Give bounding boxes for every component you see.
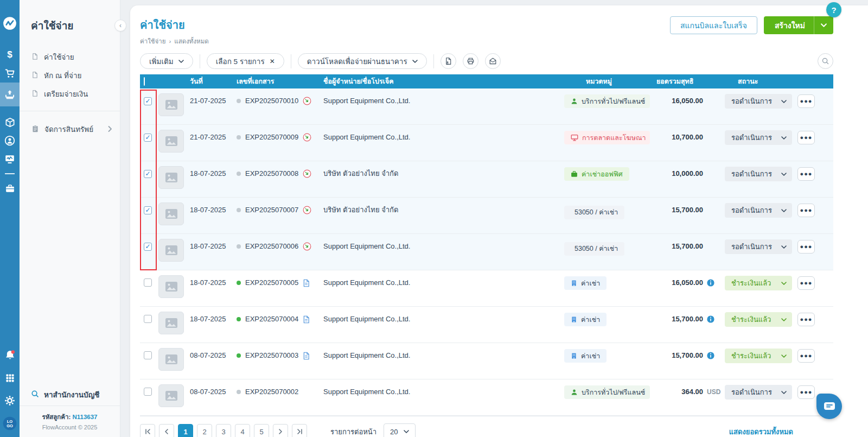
status-select[interactable]: รอดำเนินการ (725, 94, 792, 109)
row-checkbox[interactable]: ✓ (144, 134, 152, 142)
row-checkbox[interactable] (144, 351, 152, 359)
pagination-page-4[interactable]: 4 (235, 424, 250, 437)
status-select[interactable]: รอดำเนินการ (725, 239, 792, 254)
show-totals-link[interactable]: แสดงยอดรวมทั้งหมด (729, 426, 793, 437)
table-row[interactable]: ✓ 18-07-2025 EXP2025070006 Support Equip… (140, 234, 833, 270)
receipt-thumbnail[interactable] (158, 384, 184, 407)
bank-download-dropdown[interactable]: ดาวน์โหลดเพื่อจ่ายผ่านธนาคาร (298, 53, 427, 69)
pagination-page-2[interactable]: 2 (197, 424, 212, 437)
column-header-status[interactable]: สถานะ (722, 76, 796, 87)
status-select[interactable]: รอดำเนินการ (725, 203, 792, 218)
breadcrumb-root[interactable]: ค่าใช้จ่าย (140, 36, 166, 46)
document-flag-icon[interactable] (303, 242, 311, 251)
column-header-vendor[interactable]: ชื่อผู้จำหน่าย/ชื่อโปรเจ็ค (323, 76, 564, 87)
status-select[interactable]: รอดำเนินการ (725, 385, 792, 400)
company-logo-icon[interactable]: LOGO (0, 414, 20, 433)
receipt-thumbnail[interactable] (158, 239, 184, 262)
table-search-button[interactable] (818, 53, 833, 69)
expenses-icon[interactable] (0, 83, 20, 106)
status-select[interactable]: ชำระเงินแล้ว (725, 349, 792, 363)
more-actions-button[interactable]: ●●● (797, 385, 815, 399)
table-row[interactable]: ✓ 18-07-2025 EXP2025070008 บริษัท ตัวอย่… (140, 161, 833, 198)
flowaccount-logo-icon[interactable] (3, 16, 17, 33)
document-flag-icon[interactable] (303, 315, 310, 324)
document-flag-icon[interactable] (303, 97, 311, 105)
sidebar-item-assets[interactable]: จัดการสินทรัพย์ (20, 120, 120, 138)
sidebar-collapse-button[interactable]: ‹ (114, 20, 126, 31)
status-select[interactable]: รอดำเนินการ (725, 167, 792, 181)
more-actions-button[interactable]: ●●● (797, 204, 815, 217)
customer-code-value[interactable]: N113637 (72, 414, 97, 420)
more-actions-button[interactable]: ●●● (797, 349, 815, 363)
sidebar-item[interactable]: ค่าใช้จ่าย (20, 48, 120, 66)
row-checkbox[interactable]: ✓ (144, 206, 152, 214)
column-header-doc-no[interactable]: เลขที่เอกสาร (237, 76, 323, 87)
table-row[interactable]: 18-07-2025 EXP2025070004 Support Equipme… (140, 307, 833, 343)
contacts-icon[interactable] (0, 131, 20, 150)
status-select[interactable]: ชำระเงินแล้ว (725, 312, 792, 327)
row-checkbox[interactable]: ✓ (144, 243, 152, 251)
selected-items-chip[interactable]: เลือก 5 รายการ ✕ (207, 53, 284, 69)
more-actions-button[interactable]: ●●● (797, 276, 815, 290)
apps-grid-icon[interactable] (0, 369, 20, 387)
receipt-thumbnail[interactable] (158, 93, 184, 116)
more-actions-button[interactable]: ●●● (797, 167, 815, 181)
table-row[interactable]: ✓ 18-07-2025 EXP2025070007 บริษัท ตัวอย่… (140, 198, 833, 234)
document-flag-icon[interactable] (303, 352, 310, 360)
row-checkbox[interactable]: ✓ (144, 170, 152, 178)
document-flag-icon[interactable] (303, 279, 310, 287)
column-header-date[interactable]: วันที่ (190, 76, 237, 87)
receipt-thumbnail[interactable] (158, 275, 184, 298)
table-row[interactable]: ✓ 21-07-2025 EXP2025070009 Support Equip… (140, 125, 833, 161)
more-actions-button[interactable]: ●●● (797, 94, 815, 108)
select-all-checkbox[interactable] (144, 77, 145, 86)
pagination-page-3[interactable]: 3 (216, 424, 231, 437)
sidebar-item[interactable]: หัก ณ ที่จ่าย (20, 66, 120, 85)
more-actions-button[interactable]: ●●● (797, 313, 815, 326)
chevron-down-icon[interactable] (814, 23, 833, 27)
receipt-thumbnail[interactable] (158, 130, 184, 153)
row-checkbox[interactable] (144, 388, 152, 396)
find-accountant-search[interactable]: หาสำนักงานบัญชี (20, 384, 120, 406)
pagination-first[interactable] (140, 424, 155, 437)
sales-icon[interactable]: $ (0, 46, 20, 64)
pagination-next[interactable] (273, 424, 288, 437)
more-dropdown[interactable]: เพิ่มเติม (140, 53, 193, 69)
reports-icon[interactable] (0, 150, 20, 168)
purchases-cart-icon[interactable] (0, 64, 20, 83)
create-new-button[interactable]: สร้างใหม่ (764, 16, 833, 34)
column-header-category[interactable]: หมวดหมู่ (564, 76, 651, 87)
email-button[interactable] (485, 53, 501, 69)
pagination-page-5[interactable]: 5 (254, 424, 269, 437)
document-flag-icon[interactable] (303, 206, 311, 214)
notifications-bell-icon[interactable] (0, 346, 20, 364)
table-row[interactable]: 08-07-2025 EXP2025070002 Support Equipme… (140, 379, 833, 416)
more-actions-button[interactable]: ●●● (797, 131, 815, 144)
receipt-thumbnail[interactable] (158, 166, 184, 189)
pagination-page-1[interactable]: 1 (178, 424, 193, 437)
per-page-select[interactable]: 20 (384, 423, 415, 437)
row-checkbox[interactable]: ✓ (144, 97, 152, 105)
clear-selection-icon[interactable]: ✕ (270, 58, 275, 65)
inventory-box-icon[interactable] (0, 113, 20, 131)
table-row[interactable]: 08-07-2025 EXP2025070003 Support Equipme… (140, 343, 833, 379)
help-button[interactable]: ? (826, 2, 841, 17)
row-checkbox[interactable] (144, 278, 152, 287)
table-row[interactable]: ✓ 21-07-2025 EXP2025070010 Support Equip… (140, 88, 833, 125)
table-row[interactable]: 18-07-2025 EXP2025070005 Support Equipme… (140, 270, 833, 307)
export-document-button[interactable] (441, 53, 456, 69)
chat-widget-button[interactable] (816, 394, 842, 419)
row-checkbox[interactable] (144, 315, 152, 323)
payroll-briefcase-icon[interactable] (0, 179, 20, 198)
print-button[interactable] (463, 53, 478, 69)
pagination-prev[interactable] (159, 424, 174, 437)
receipt-thumbnail[interactable] (158, 312, 184, 334)
more-actions-button[interactable]: ●●● (797, 240, 815, 254)
scan-bill-button[interactable]: สแกนบิลและใบเสร็จ (670, 16, 757, 34)
settings-gear-icon[interactable] (0, 391, 20, 410)
receipt-thumbnail[interactable] (158, 202, 184, 225)
pagination-last[interactable] (292, 424, 307, 437)
document-flag-icon[interactable] (303, 169, 311, 178)
status-select[interactable]: ชำระเงินแล้ว (725, 276, 792, 290)
sidebar-item[interactable]: เตรียมจ่ายเงิน (20, 85, 120, 103)
